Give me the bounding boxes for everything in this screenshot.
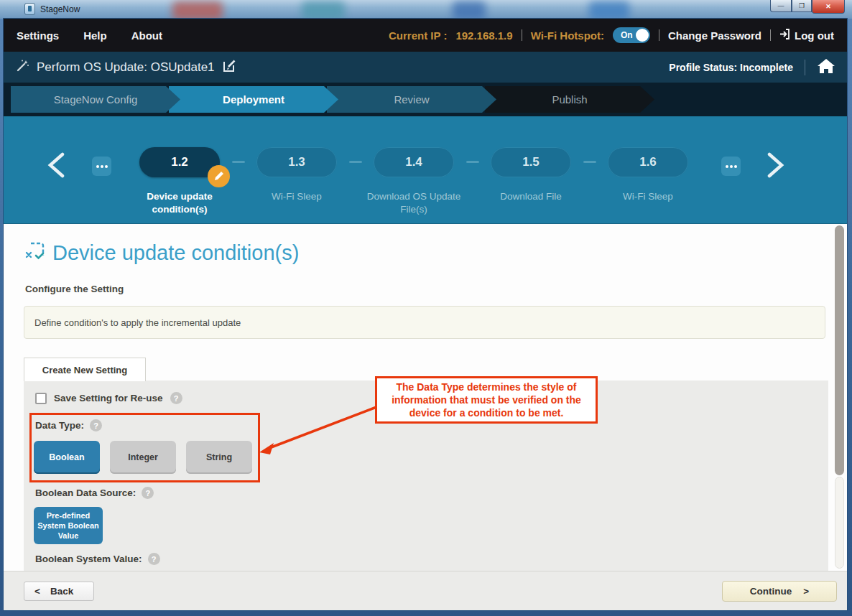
help-icon[interactable]: ?	[90, 419, 102, 431]
step-item[interactable]: 1.4 Download OS Update File(s)	[355, 147, 473, 216]
step-item[interactable]: 1.3 Wi-Fi Sleep	[238, 147, 356, 203]
divider	[770, 29, 771, 41]
titlebar-glass-blur	[453, 1, 486, 19]
menu-bar: Settings Help About Current IP : 192.168…	[4, 19, 847, 52]
tab-stagenow-config[interactable]: StageNow Config	[11, 86, 180, 113]
profile-status: Profile Status: Incomplete	[669, 62, 793, 73]
scrollbar-track[interactable]	[835, 477, 844, 569]
app-window: StageNow — ❐ ✕ Settings Help About Curre…	[0, 0, 852, 616]
wifi-hotspot-label: Wi-Fi Hotspot:	[531, 29, 604, 42]
tab-review[interactable]: Review	[327, 86, 496, 113]
step-pill[interactable]: 1.3	[256, 147, 337, 177]
data-type-integer-button[interactable]: Integer	[110, 441, 176, 474]
step-pill[interactable]: 1.6	[608, 147, 688, 177]
titlebar-glass-blur	[172, 1, 223, 19]
step-label: Wi-Fi Sleep	[623, 190, 673, 203]
profile-title: Perform OS Update: OSUpdate1	[37, 60, 215, 75]
step-pill[interactable]: 1.4	[374, 147, 454, 177]
boolean-data-source-label: Boolean Data Source:	[35, 487, 136, 498]
step-number: 1.3	[288, 155, 305, 169]
toggle-knob	[636, 29, 649, 42]
save-reuse-checkbox[interactable]	[35, 393, 47, 404]
home-icon[interactable]	[817, 58, 835, 77]
continue-label: Continue	[750, 586, 792, 597]
tab-create-new-setting[interactable]: Create New Setting	[24, 358, 146, 381]
more-steps-right-icon[interactable]	[721, 157, 741, 176]
step-carousel: 1.2 Device update condition(s) 1.3 Wi-Fi…	[4, 116, 847, 224]
logout-label: Log out	[795, 29, 834, 42]
step-item[interactable]: 1.6 Wi-Fi Sleep	[589, 147, 707, 203]
step-number: 1.6	[639, 155, 657, 169]
close-button[interactable]: ✕	[812, 0, 845, 14]
boolean-system-value-label: Boolean System Value:	[35, 554, 142, 564]
current-ip-label: Current IP :	[389, 29, 447, 42]
help-icon[interactable]: ?	[148, 553, 160, 565]
window-title: StageNow	[40, 4, 80, 14]
stagenow-app-icon	[24, 3, 35, 15]
annotation-text: The Data Type determines the style of in…	[381, 381, 591, 420]
footer-bar: < Back Continue >	[4, 571, 847, 610]
profile-header: Perform OS Update: OSUpdate1 Profile Sta…	[4, 52, 847, 83]
scrollbar-thumb[interactable]	[835, 225, 844, 475]
help-icon[interactable]: ?	[170, 392, 182, 404]
continue-button[interactable]: Continue >	[722, 581, 837, 602]
minimize-button[interactable]: —	[770, 0, 792, 12]
data-type-string-button[interactable]: String	[186, 441, 252, 474]
step-number: 1.5	[522, 155, 540, 169]
step-item[interactable]: 1.2 Device update condition(s)	[121, 147, 239, 216]
save-reuse-label: Save Setting for Re-use	[54, 393, 163, 403]
logout-link[interactable]: Log out	[779, 29, 834, 42]
step-label: Download OS Update File(s)	[360, 190, 468, 216]
next-steps-chevron[interactable]	[765, 152, 787, 178]
annotation-callout: The Data Type determines the style of in…	[375, 376, 598, 424]
data-type-label: Data Type:	[35, 420, 84, 431]
logout-icon	[779, 29, 790, 42]
divider	[522, 29, 522, 41]
titlebar-glass-blur	[589, 1, 629, 19]
step-pill[interactable]: 1.2	[139, 147, 220, 177]
step-label: Device update condition(s)	[126, 190, 233, 216]
tab-publish[interactable]: Publish	[485, 86, 654, 113]
divider	[805, 60, 805, 75]
more-steps-left-icon[interactable]	[92, 157, 111, 176]
page-title: Device update condition(s)	[52, 241, 299, 265]
wifi-hotspot-toggle[interactable]: On	[613, 27, 650, 43]
setting-description-box: Define condition's to apply the incremen…	[24, 306, 825, 339]
tab-deployment[interactable]: Deployment	[169, 86, 338, 113]
predefined-system-boolean-button[interactable]: Pre-defined System Boolean Value	[34, 507, 103, 544]
back-chevron: <	[34, 586, 40, 597]
back-label: Back	[50, 586, 73, 597]
toggle-state-label: On	[621, 30, 633, 40]
condition-icon	[24, 240, 47, 266]
window-titlebar: StageNow — ❐ ✕	[0, 0, 852, 19]
wizard-tab-bar: StageNow Config Deployment Review Publis…	[4, 83, 847, 116]
change-password-link[interactable]: Change Password	[668, 29, 761, 42]
step-label: Download File	[500, 190, 562, 203]
step-item[interactable]: 1.5 Download File	[472, 147, 590, 203]
step-number: 1.4	[405, 155, 422, 169]
continue-chevron: >	[803, 586, 809, 597]
step-number: 1.2	[171, 155, 188, 169]
help-icon[interactable]: ?	[142, 487, 154, 499]
back-button[interactable]: < Back	[24, 582, 94, 601]
step-edit-badge	[208, 165, 230, 187]
wizard-wand-icon	[15, 59, 29, 76]
configure-setting-label: Configure the Setting	[25, 284, 124, 294]
divider	[659, 29, 659, 41]
previous-steps-chevron[interactable]	[45, 152, 67, 178]
titlebar-glass-blur	[302, 1, 345, 19]
current-ip-value: 192.168.1.9	[455, 29, 512, 42]
menu-settings[interactable]: Settings	[17, 29, 59, 42]
step-label: Wi-Fi Sleep	[272, 190, 322, 203]
menu-help[interactable]: Help	[83, 29, 107, 42]
step-pill[interactable]: 1.5	[491, 147, 571, 177]
main-content: Device update condition(s) Configure the…	[4, 224, 847, 571]
menu-about[interactable]: About	[131, 29, 162, 42]
data-type-boolean-button[interactable]: Boolean	[34, 441, 100, 474]
edit-profile-icon[interactable]	[222, 58, 237, 76]
vertical-scrollbar	[834, 224, 845, 571]
setting-description: Define condition's to apply the incremen…	[34, 317, 241, 328]
maximize-button[interactable]: ❐	[792, 0, 812, 12]
